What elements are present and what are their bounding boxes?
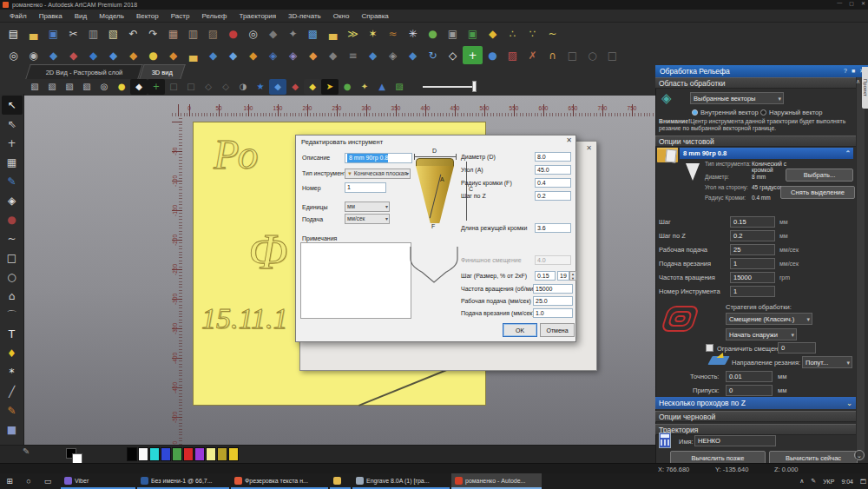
color-grid-icon[interactable]: ▩ bbox=[303, 24, 323, 43]
view-slider-handle[interactable] bbox=[472, 81, 477, 92]
node-edit-icon[interactable]: ⇖ bbox=[2, 115, 23, 134]
ellipse-tool-icon[interactable]: ○ bbox=[2, 268, 23, 287]
taskbar-artcam[interactable]: романенко - Autode... bbox=[451, 473, 542, 489]
spray-icon[interactable]: * bbox=[2, 363, 23, 382]
disabled-d-icon[interactable]: ◇ bbox=[217, 79, 234, 95]
tolerance-field[interactable]: 0.01 bbox=[726, 371, 773, 382]
allowance-field[interactable]: 0 bbox=[726, 385, 773, 396]
palette-swatch[interactable] bbox=[183, 447, 194, 461]
measure-icon[interactable]: ◎ bbox=[243, 24, 263, 43]
param-field[interactable]: 1 bbox=[730, 258, 775, 269]
search-icon[interactable]: ○ bbox=[19, 473, 38, 489]
menu-item[interactable]: Растр bbox=[165, 12, 196, 20]
relief-blue-3-icon[interactable]: ◆ bbox=[103, 46, 123, 64]
new-file-icon[interactable]: ▤ bbox=[3, 24, 23, 43]
taskbar-viber[interactable]: Viber bbox=[61, 473, 135, 489]
param-field[interactable]: 0.15 bbox=[730, 216, 775, 228]
relief-orange-2-icon[interactable]: ◆ bbox=[243, 46, 263, 64]
multicolor-relief-icon[interactable]: ▨ bbox=[391, 79, 408, 95]
taskbar-photoshop[interactable]: Без имени-1 @ 66,7... bbox=[137, 473, 229, 489]
relief-yellow-view-icon[interactable]: ◆ bbox=[304, 79, 321, 95]
disabled-box-1-icon[interactable]: □ bbox=[562, 46, 582, 64]
ok-button[interactable]: OK bbox=[503, 323, 537, 337]
maximize-button[interactable]: ▢ bbox=[849, 0, 854, 6]
text-tool-icon[interactable]: T bbox=[2, 325, 23, 344]
stepover-spinner[interactable]: ▲▼ bbox=[569, 271, 576, 281]
yellow-relief-icon[interactable]: ◆ bbox=[483, 24, 503, 43]
relief-gray-stack-icon[interactable]: ◈ bbox=[383, 46, 403, 64]
relief-red-icon[interactable]: ◆ bbox=[63, 46, 83, 64]
relief-waffle-icon[interactable]: ◆ bbox=[123, 46, 143, 64]
palette-swatch[interactable] bbox=[172, 447, 182, 461]
select-tool-button[interactable]: Выбрать... bbox=[786, 169, 853, 182]
flood-fill-icon[interactable]: ♦ bbox=[2, 344, 23, 363]
menu-item[interactable]: Окно bbox=[327, 12, 356, 20]
light-bulb-icon[interactable]: ● bbox=[113, 79, 130, 95]
paintbrush-icon[interactable]: ✎ bbox=[2, 172, 23, 191]
view-slider-track[interactable] bbox=[423, 86, 475, 88]
palette-swatch[interactable] bbox=[228, 447, 239, 461]
feed-units-dropdown[interactable]: мм/сек bbox=[345, 214, 390, 224]
zoom-window-icon[interactable]: ◎ bbox=[95, 79, 113, 95]
select-arrow-icon[interactable]: ↖ bbox=[2, 96, 23, 115]
relief-preview-icon[interactable]: ◆ bbox=[269, 79, 286, 95]
relief-purple-icon[interactable]: ◈ bbox=[283, 46, 303, 64]
star-zoom-icon[interactable]: ✦ bbox=[356, 79, 373, 95]
sparkle-icon[interactable]: ✶ bbox=[363, 24, 383, 43]
menu-item[interactable]: Файл bbox=[3, 12, 33, 20]
minimize-button[interactable]: — bbox=[837, 0, 842, 6]
description-field[interactable]: 8 mm 90гр 0.8 bbox=[345, 153, 412, 163]
radio-outer-vector[interactable]: Наружный вектор bbox=[760, 109, 822, 116]
taskbar-engrave[interactable]: Engrave 8.0A (1) [гра... bbox=[352, 473, 450, 489]
red-cross-icon[interactable]: ✗ bbox=[523, 46, 542, 64]
palette-swatch[interactable] bbox=[206, 447, 216, 461]
palette-swatch[interactable] bbox=[217, 447, 227, 461]
disabled-a-icon[interactable]: □ bbox=[165, 79, 182, 95]
arc-tool-icon[interactable]: ⌒ bbox=[2, 306, 23, 325]
notes-textarea[interactable] bbox=[300, 242, 411, 319]
diameter-field[interactable]: 8.0 bbox=[535, 152, 571, 162]
cut-length-field[interactable]: 3.6 bbox=[535, 223, 571, 233]
relief-white-icon[interactable]: ◇ bbox=[443, 46, 463, 64]
dots-b-icon[interactable]: ∵ bbox=[523, 24, 542, 43]
disabled-circle-icon[interactable]: ○ bbox=[582, 46, 602, 64]
knife-icon[interactable]: ╱ bbox=[2, 382, 23, 401]
menu-item[interactable]: Рельеф bbox=[195, 12, 233, 20]
stepdown-field[interactable]: 0.2 bbox=[535, 191, 571, 201]
cancel-button[interactable]: Отмена bbox=[540, 323, 575, 337]
relief-red-view-icon[interactable]: ◆ bbox=[286, 79, 304, 95]
menu-item[interactable]: Траектория bbox=[233, 12, 282, 20]
pin-icon[interactable]: ■ bbox=[852, 68, 855, 75]
scroll-down-icon[interactable]: ⌄ bbox=[854, 450, 865, 460]
vector-arrow-icon[interactable]: ≫ bbox=[343, 24, 363, 43]
menu-item[interactable]: Справка bbox=[355, 12, 394, 20]
number-field[interactable]: 1 bbox=[345, 182, 386, 193]
relief-disabled-icon[interactable]: ◆ bbox=[323, 46, 343, 64]
green-blob-icon[interactable]: ● bbox=[423, 24, 443, 43]
relief-blue-6-icon[interactable]: ◆ bbox=[363, 46, 383, 64]
panel-scrollbar[interactable] bbox=[856, 77, 865, 460]
blue-sphere-icon[interactable]: ● bbox=[483, 46, 503, 64]
palette-swatch[interactable] bbox=[161, 447, 171, 461]
param-field[interactable]: 1 bbox=[730, 286, 775, 297]
toolpath-arrow-icon[interactable]: ➤ bbox=[321, 79, 339, 95]
tab-2d-view[interactable]: 2D Вид - Растровый слой bbox=[25, 64, 143, 79]
green-sphere-icon[interactable]: ● bbox=[339, 79, 356, 95]
relief-puck-icon[interactable]: ● bbox=[143, 46, 163, 64]
paste-icon[interactable]: ▧ bbox=[103, 24, 123, 43]
toolpath-name-field[interactable]: НЕНКО bbox=[694, 435, 776, 446]
tray-language[interactable]: УКР bbox=[823, 479, 834, 485]
disabled-box-2-icon[interactable]: □ bbox=[602, 46, 622, 64]
stepover-field[interactable]: 0.15 bbox=[535, 271, 556, 281]
relief-gray-icon[interactable]: ◆ bbox=[263, 24, 283, 43]
transform-icon[interactable]: ▦ bbox=[163, 24, 183, 43]
zoom-grid-icon[interactable]: ◉ bbox=[23, 46, 43, 64]
tool-type-dropdown[interactable]: ▼ Коническая плоская bbox=[345, 169, 411, 179]
relief-refresh-icon[interactable]: ↻ bbox=[423, 46, 443, 64]
plunge-feed-field[interactable]: 1.0 bbox=[533, 308, 573, 318]
section-machining-area[interactable]: Область обработки bbox=[655, 77, 856, 89]
draw-diamond-icon[interactable]: ◈ bbox=[2, 191, 23, 210]
copy-icon[interactable]: ▥ bbox=[83, 24, 103, 43]
redo-icon[interactable]: ↷ bbox=[143, 24, 163, 43]
arch-icon[interactable]: ∩ bbox=[542, 46, 562, 64]
